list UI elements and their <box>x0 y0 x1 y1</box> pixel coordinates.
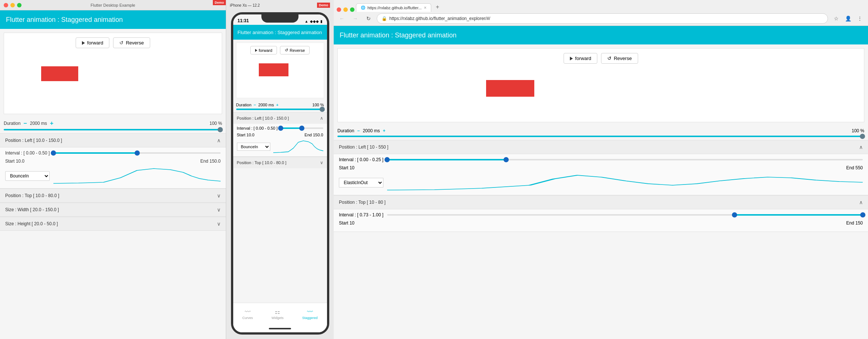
browser-thumb-left[interactable] <box>385 157 390 162</box>
maximize-button[interactable] <box>17 3 22 7</box>
tab-close-button[interactable]: × <box>424 5 426 10</box>
phone-reverse-icon: ↺ <box>285 48 288 53</box>
browser-reverse-button[interactable]: ↺ Reverse <box>601 53 638 64</box>
phone-duration-increase[interactable]: + <box>276 103 278 107</box>
minimize-button[interactable] <box>10 3 15 7</box>
position-left-title: Position : Left [ 10.0 - 150.0 ] <box>5 138 62 143</box>
browser-slider-thumb[interactable] <box>860 134 865 139</box>
bookmark-button[interactable]: ☆ <box>831 13 841 24</box>
browser-thumb-right[interactable] <box>504 157 509 162</box>
browser-duration-increase[interactable]: + <box>383 128 385 133</box>
chevron-up-icon: ∧ <box>217 137 221 143</box>
chevron-down-icon: ∨ <box>217 193 221 199</box>
new-tab-button[interactable]: + <box>433 2 442 12</box>
browser-position-top-title: Position : Top [ 10 - 80 ] <box>339 200 386 205</box>
duration-value: 2000 ms <box>30 121 47 126</box>
duration-slider-track[interactable] <box>4 129 222 130</box>
browser-chevron-up-icon: ∧ <box>859 144 863 150</box>
browser-start-end: Start 10 End 550 <box>339 165 863 170</box>
curve-select[interactable]: BounceIn <box>5 171 50 181</box>
duration-slider-thumb[interactable] <box>218 127 223 132</box>
phone-position-top-title: Position : Top [ 10.0 - 80.0 ] <box>237 160 287 165</box>
curve-preview <box>53 167 221 185</box>
account-button[interactable]: 👤 <box>843 13 853 24</box>
browser-curve-select[interactable]: ElasticInOut <box>339 178 383 187</box>
browser-close-button[interactable] <box>337 7 341 12</box>
size-height-section-header[interactable]: Size : Height [ 20.0 - 50.0 ] ∨ <box>0 217 226 231</box>
size-width-title: Size : Width [ 20.0 - 150.0 ] <box>5 207 59 212</box>
duration-increase-button[interactable]: + <box>50 120 53 127</box>
end-value: End 150.0 <box>200 159 221 164</box>
phone-thumb-left[interactable] <box>278 126 283 131</box>
forward-nav-button[interactable]: → <box>350 13 360 24</box>
browser-forward-button[interactable]: forward <box>564 53 597 64</box>
phone-duration-value: 2000 ms <box>258 103 274 107</box>
browser-tabs-bar: 🌐 https://rxlabz.github.io/flutter... × … <box>334 0 868 12</box>
interval-thumb-right[interactable] <box>135 150 140 156</box>
demo-badge: Demo <box>213 0 226 5</box>
phone-position-top-header[interactable]: Position : Top [ 10.0 - 80.0 ] ∨ <box>233 157 327 168</box>
browser-top-thumb-right[interactable] <box>860 212 865 217</box>
browser-animation-area: forward ↺ Reverse <box>337 48 864 122</box>
menu-button[interactable]: ⋮ <box>855 13 865 24</box>
nav-staggered[interactable]: 〰 Staggered <box>302 309 318 320</box>
browser-slider-fill <box>337 136 864 137</box>
chevron-down-icon3: ∨ <box>217 221 221 227</box>
home-bar <box>269 328 291 329</box>
browser-slider-row <box>334 136 868 140</box>
reload-button[interactable]: ↻ <box>363 13 374 24</box>
signal-icon: ◆◆◆ <box>310 19 319 23</box>
phone-chevron-down-icon: ∨ <box>320 160 323 165</box>
reverse-button[interactable]: ↺ Reverse <box>113 37 150 48</box>
phone-button-row: forward ↺ Reverse <box>237 43 324 57</box>
phone-curve-row: BounceIn <box>237 139 323 154</box>
browser-position-top-header[interactable]: Position : Top [ 10 - 80 ] ∧ <box>334 195 868 209</box>
browser-interval-row: Interval : [ 0.00 - 0.25 ] <box>339 157 863 162</box>
phone-position-left-header[interactable]: Position : Left [ 10.0 - 150.0 ] ∧ <box>233 112 327 124</box>
phone-reverse-button[interactable]: ↺ Reverse <box>280 46 310 54</box>
address-input[interactable]: 🔒 https://rxlabz.github.io/flutter_anima… <box>377 13 828 24</box>
browser-minimize-button[interactable] <box>343 7 348 12</box>
interval-slider[interactable] <box>53 152 221 154</box>
phone-time: 11:31 <box>238 18 249 23</box>
phone-interval-slider[interactable] <box>281 127 323 129</box>
phone-duration-decrease[interactable]: − <box>254 103 256 107</box>
phone-content: forward ↺ Reverse Duration − 2000 ms + 1… <box>233 40 327 332</box>
position-top-section-header[interactable]: Position : Top [ 10.0 - 80.0 ] ∨ <box>0 189 226 203</box>
browser-duration-decrease[interactable]: − <box>357 128 360 133</box>
phone-status-bar: iPhone Xs — 12.2 Demo <box>226 0 334 10</box>
curves-icon: 〰 <box>245 309 251 315</box>
phone-curve-select[interactable]: BounceIn <box>237 143 270 151</box>
browser-tab-active[interactable]: 🌐 https://rxlabz.github.io/flutter... × <box>356 3 431 12</box>
nav-widgets[interactable]: ⚏ Widgets <box>271 308 284 320</box>
phone-position-left-body: Interval : [ 0.00 - 0.50 ] Start 10.0 En… <box>233 124 327 157</box>
phone-duration-slider[interactable] <box>236 109 324 110</box>
browser-top-thumb-left[interactable] <box>732 212 737 217</box>
back-button[interactable]: ← <box>337 13 347 24</box>
browser-duration-slider[interactable] <box>337 136 864 137</box>
nav-curves[interactable]: 〰 Curves <box>242 309 253 320</box>
browser-panel: 🌐 https://rxlabz.github.io/flutter... × … <box>334 0 868 339</box>
phone-forward-button[interactable]: forward <box>250 46 277 54</box>
forward-label: forward <box>87 40 103 46</box>
close-button[interactable] <box>4 3 8 7</box>
lock-icon: 🔒 <box>382 16 387 21</box>
position-left-section-header[interactable]: Position : Left [ 10.0 - 150.0 ] ∧ <box>0 133 226 147</box>
forward-button[interactable]: forward <box>76 37 109 48</box>
browser-interval-slider[interactable] <box>387 159 863 160</box>
browser-position-left-header[interactable]: Position : Left [ 10 - 550 ] ∧ <box>334 140 868 154</box>
browser-maximize-button[interactable] <box>350 7 354 12</box>
phone-bottom-nav: 〰 Curves ⚏ Widgets 〰 Staggered <box>233 303 327 325</box>
position-top-title: Position : Top [ 10.0 - 80.0 ] <box>5 193 59 198</box>
browser-position-top-slider[interactable] <box>387 214 863 216</box>
duration-slider-fill <box>4 129 222 130</box>
phone-demo-badge: Demo <box>317 3 330 8</box>
duration-decrease-button[interactable]: − <box>23 120 27 127</box>
phone-slider-thumb[interactable] <box>320 107 325 112</box>
phone-thumb-right[interactable] <box>299 126 304 131</box>
app-header: Flutter animation : Staggered animation <box>0 10 226 29</box>
phone-animated-box <box>259 63 288 76</box>
size-width-section-header[interactable]: Size : Width [ 20.0 - 150.0 ] ∨ <box>0 203 226 217</box>
interval-thumb-left[interactable] <box>51 150 56 156</box>
phone-curve-preview <box>273 139 323 154</box>
